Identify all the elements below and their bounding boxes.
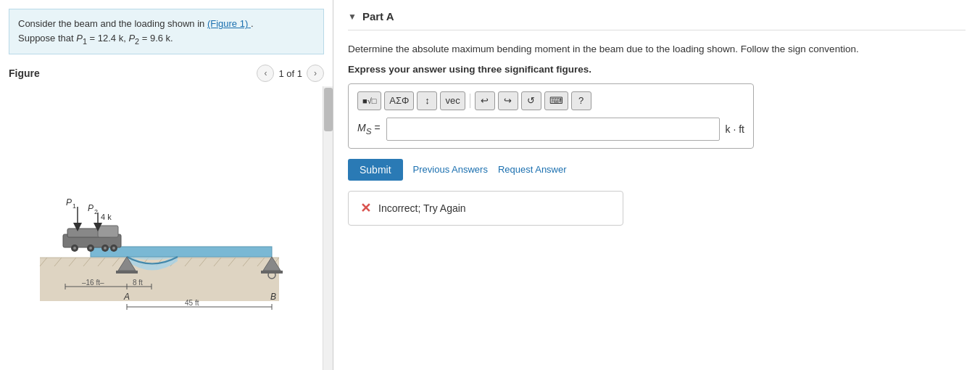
- svg-text:B: B: [270, 292, 276, 302]
- figure-nav: ‹ 1 of 1 ›: [257, 65, 324, 82]
- arrows-btn[interactable]: ↕: [417, 91, 437, 110]
- unit-label: k · ft: [726, 123, 744, 135]
- problem-text: Consider the beam and the loading shown …: [18, 18, 207, 29]
- chevron-down-icon: ▼: [348, 12, 357, 22]
- figure-scrollbar[interactable]: [323, 86, 333, 370]
- figure-link[interactable]: (Figure 1): [207, 18, 251, 29]
- part-title: Part A: [362, 10, 394, 22]
- part-a-header: ▼ Part A: [348, 0, 966, 30]
- figure-page: 1 of 1: [278, 68, 302, 79]
- beam-diagram: P 1 P 2 4 k –16 ft– 8 ft A B: [25, 141, 308, 316]
- incorrect-icon: ✕: [360, 200, 371, 216]
- svg-text:4 k: 4 k: [101, 213, 112, 221]
- svg-rect-27: [98, 226, 118, 237]
- svg-text:2: 2: [94, 208, 98, 215]
- math-toolbar: ■√□ ΑΣΦ ↕ vec ↩ ↪ ↺ ⌨ ?: [357, 91, 744, 110]
- svg-point-35: [112, 247, 115, 250]
- svg-point-33: [104, 247, 107, 250]
- question-line2: Express your answer using three signific…: [348, 62, 966, 77]
- svg-text:A: A: [123, 292, 130, 302]
- figure-next-btn[interactable]: ›: [307, 65, 324, 82]
- vec-btn[interactable]: vec: [440, 91, 465, 110]
- svg-text:45 ft: 45 ft: [185, 299, 199, 307]
- request-answer-link[interactable]: Request Answer: [498, 164, 567, 175]
- refresh-btn[interactable]: ↺: [521, 91, 541, 110]
- answer-input[interactable]: [386, 118, 720, 141]
- incorrect-box: ✕ Incorrect; Try Again: [348, 191, 623, 226]
- figure-prev-btn[interactable]: ‹: [257, 65, 274, 82]
- scroll-thumb: [324, 88, 333, 131]
- svg-point-31: [89, 247, 92, 250]
- submit-button[interactable]: Submit: [348, 159, 403, 181]
- svg-point-29: [73, 247, 76, 250]
- previous-answers-link[interactable]: Previous Answers: [413, 164, 488, 175]
- undo-btn[interactable]: ↩: [475, 91, 495, 110]
- help-btn[interactable]: ?: [571, 91, 591, 110]
- svg-text:8 ft: 8 ft: [133, 279, 143, 287]
- redo-btn[interactable]: ↪: [498, 91, 518, 110]
- greek-btn[interactable]: ΑΣΦ: [384, 91, 414, 110]
- svg-text:1: 1: [72, 202, 76, 210]
- left-panel: Consider the beam and the loading shown …: [0, 0, 333, 370]
- right-panel: ▼ Part A Determine the absolute maximum …: [333, 0, 980, 370]
- submit-row: Submit Previous Answers Request Answer: [348, 159, 966, 181]
- answer-box: ■√□ ΑΣΦ ↕ vec ↩ ↪ ↺ ⌨ ? MS = k · ft: [348, 83, 754, 149]
- svg-text:P: P: [88, 203, 94, 213]
- figure-title: Figure: [9, 67, 40, 79]
- figure-header: Figure ‹ 1 of 1 ›: [0, 60, 333, 86]
- incorrect-text: Incorrect; Try Again: [378, 202, 466, 214]
- figure-area: P 1 P 2 4 k –16 ft– 8 ft A B: [0, 86, 333, 370]
- figure-svg: P 1 P 2 4 k –16 ft– 8 ft A B: [0, 86, 333, 370]
- toolbar-separator: [470, 94, 470, 108]
- input-label: MS =: [357, 122, 381, 136]
- svg-text:–16 ft–: –16 ft–: [82, 279, 104, 287]
- question-line1: Determine the absolute maximum bending m…: [348, 42, 966, 57]
- keyboard-btn[interactable]: ⌨: [544, 91, 568, 110]
- svg-rect-22: [116, 271, 138, 274]
- svg-text:P: P: [66, 197, 72, 207]
- problem-statement: Consider the beam and the loading shown …: [9, 9, 324, 54]
- matrix-btn[interactable]: ■√□: [357, 91, 381, 110]
- input-row: MS = k · ft: [357, 118, 744, 141]
- svg-rect-20: [91, 247, 272, 257]
